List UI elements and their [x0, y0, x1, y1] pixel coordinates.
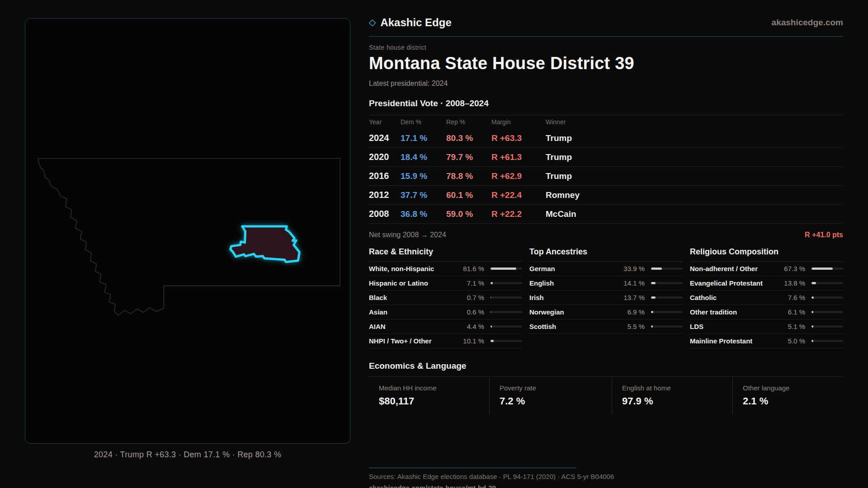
vote-table-row: 202417.1 %80.3 %R +63.3Trump [369, 129, 843, 148]
demographic-row: Hispanic or Latino7.1 % [369, 276, 522, 291]
vote-winner: Romney [546, 190, 843, 200]
demographic-value: 10.1 % [457, 337, 484, 345]
economics-stats-row: Median HH income$80,117Poverty rate7.2 %… [369, 377, 843, 414]
demographic-bar-fill [651, 267, 662, 270]
vote-year: 2020 [369, 152, 401, 162]
map-caption: 2024 · Trump R +63.3 · Dem 17.1 % · Rep … [25, 450, 350, 460]
vote-rep-pct: 60.1 % [446, 190, 491, 200]
net-swing-label: Net swing 2008 → 2024 [369, 231, 446, 239]
brand-name: Akashic Edge [380, 16, 451, 29]
vote-winner: Trump [546, 133, 843, 143]
brand-row: ◇ Akashic Edge akashicedge.com [369, 15, 843, 30]
demographic-bar-track [651, 282, 683, 284]
vote-table-row: 201237.7 %60.1 %R +22.4Romney [369, 186, 843, 205]
demographic-row: Black0.7 % [369, 291, 522, 305]
vote-dem-pct: 36.8 % [401, 209, 446, 219]
demographic-bar-fill [651, 311, 653, 313]
demographic-bar-track [491, 311, 522, 313]
vote-year: 2008 [369, 209, 401, 219]
demographic-bar-track [811, 296, 843, 299]
eyebrow-label: State house district [369, 44, 843, 51]
vote-rep-pct: 80.3 % [446, 133, 491, 143]
demographic-bar-track [811, 282, 843, 284]
demographic-value: 13.8 % [778, 279, 805, 287]
vote-year: 2024 [369, 133, 401, 143]
demographic-row: AIAN4.4 % [369, 319, 522, 334]
demographic-column-title: Race & Ethnicity [369, 247, 522, 262]
demographic-row: Catholic7.6 % [690, 291, 843, 305]
vote-table-row: 200836.8 %59.0 %R +22.2McCain [369, 205, 843, 224]
site-link[interactable]: akashicedge.com [772, 18, 843, 28]
demographic-bar-track [651, 296, 683, 299]
demographic-label: German [529, 265, 618, 272]
demographic-bar-track [491, 296, 522, 299]
demographic-label: NHPI / Two+ / Other [369, 337, 457, 345]
vote-col-header: Rep % [446, 118, 491, 126]
demographic-label: LDS [690, 323, 778, 330]
demographic-row: Scottish5.5 % [529, 319, 683, 334]
demographic-label: Black [369, 294, 457, 301]
vote-table-title: Presidential Vote · 2008–2024 [369, 99, 843, 108]
vote-dem-pct: 37.7 % [401, 190, 446, 200]
demographic-column-title: Religious Composition [690, 247, 843, 262]
demographic-bar-track [811, 311, 843, 313]
economics-stat-value: $80,117 [379, 395, 489, 407]
demographic-value: 6.9 % [618, 308, 645, 316]
economics-stat-label: Poverty rate [500, 384, 612, 392]
demographic-bar-fill [491, 282, 493, 284]
page-title: Montana State House District 39 [369, 54, 843, 73]
vote-margin: R +22.2 [491, 209, 546, 219]
vote-rep-pct: 78.8 % [446, 171, 491, 181]
demographic-value: 67.3 % [778, 265, 805, 272]
vote-col-header: Dem % [401, 118, 446, 126]
demographic-bar-track [491, 325, 522, 328]
net-swing-row: Net swing 2008 → 2024 R +41.0 pts [369, 231, 843, 239]
demographic-bar-fill [491, 340, 494, 342]
vote-year: 2012 [369, 190, 401, 200]
demographic-label: Other tradition [690, 308, 778, 316]
presidential-vote-table: YearDem %Rep %MarginWinner 202417.1 %80.… [369, 115, 843, 224]
demographic-value: 0.7 % [457, 294, 484, 301]
demographic-bar-track [651, 267, 683, 270]
demographic-bar-fill [491, 267, 516, 270]
vote-year: 2016 [369, 171, 401, 181]
demographic-label: Catholic [690, 294, 778, 301]
demographic-value: 5.5 % [618, 323, 645, 330]
latest-presidential-label: Latest presidential: 2024 [369, 80, 843, 88]
demographic-row: English14.1 % [529, 276, 683, 291]
demographic-bar-fill [811, 282, 816, 284]
demographic-label: Norwegian [529, 308, 618, 316]
demographic-row: Mainline Protestant5.0 % [690, 334, 843, 348]
demographic-bar-fill [651, 282, 656, 284]
demographic-bar-track [491, 282, 522, 284]
vote-rep-pct: 59.0 % [446, 209, 491, 219]
vote-col-header: Margin [491, 118, 546, 126]
demographic-row: Other tradition6.1 % [690, 305, 843, 319]
economics-stat-label: Other language [743, 384, 843, 392]
demographic-value: 14.1 % [618, 279, 645, 287]
vote-winner: Trump [546, 171, 843, 181]
demographic-bar-track [811, 325, 843, 328]
demographic-row: NHPI / Two+ / Other10.1 % [369, 334, 522, 348]
brand: ◇ Akashic Edge [369, 16, 452, 29]
demographic-row: German33.9 % [529, 262, 683, 276]
demographic-bar-fill [491, 325, 492, 328]
demographic-value: 81.6 % [457, 265, 484, 272]
demographic-column: Top AncestriesGerman33.9 %English14.1 %I… [529, 247, 683, 348]
permalink[interactable]: akashicedge.com/state-house/mt-hd-39 [369, 484, 843, 488]
footer: Sources: Akashic Edge elections database… [369, 468, 843, 488]
economics-title: Economics & Language [369, 361, 843, 377]
vote-winner: McCain [546, 209, 843, 219]
economics-stat-label: Median HH income [379, 384, 489, 392]
vote-margin: R +63.3 [491, 133, 546, 143]
economics-stat-cell: Median HH income$80,117 [369, 377, 489, 414]
demographic-value: 7.1 % [457, 279, 484, 287]
demographic-value: 33.9 % [618, 265, 645, 272]
demographic-value: 13.7 % [618, 294, 645, 301]
vote-table-row: 201615.9 %78.8 %R +62.9Trump [369, 167, 843, 186]
demographic-column: Religious CompositionNon-adherent / Othe… [690, 247, 843, 348]
vote-margin: R +62.9 [491, 171, 546, 181]
demographic-value: 5.0 % [778, 337, 805, 345]
demographic-bar-fill [811, 311, 813, 313]
economics-stat-label: English at home [622, 384, 732, 392]
